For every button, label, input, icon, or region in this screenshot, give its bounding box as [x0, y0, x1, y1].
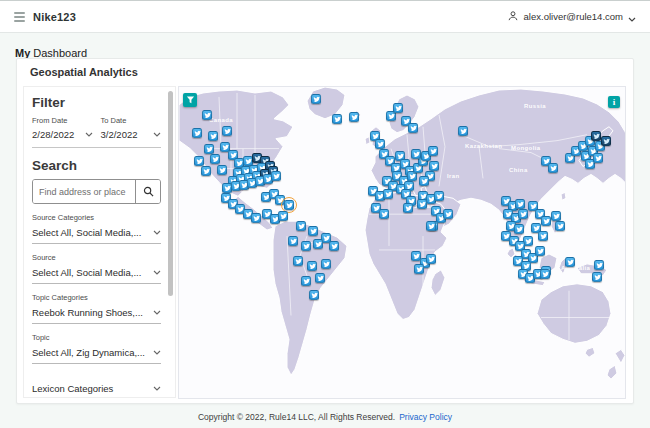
- map-marker[interactable]: [591, 131, 601, 141]
- map-marker[interactable]: [411, 149, 421, 159]
- topic-categories-select[interactable]: Reebok Running Shoes,...: [32, 304, 161, 324]
- map-marker[interactable]: [408, 123, 418, 133]
- map-marker[interactable]: [393, 103, 403, 113]
- map-info-button[interactable]: i: [608, 96, 620, 108]
- chevron-down-icon: [153, 386, 161, 391]
- privacy-policy-link[interactable]: Privacy Policy: [399, 412, 452, 422]
- source-categories-label: Source Categories: [32, 213, 161, 222]
- map-marker[interactable]: [565, 257, 575, 267]
- map-marker[interactable]: [383, 189, 393, 199]
- map-marker[interactable]: [538, 231, 548, 241]
- topic-select[interactable]: Select All, Zig Dynamica,...: [32, 344, 161, 364]
- map-marker[interactable]: [332, 114, 342, 124]
- chevron-down-icon: [153, 230, 161, 235]
- map-marker[interactable]: [313, 239, 323, 249]
- map-marker[interactable]: [419, 176, 429, 186]
- map-marker[interactable]: [379, 209, 389, 219]
- map-marker[interactable]: [288, 236, 298, 246]
- from-date-label: From Date: [32, 116, 93, 125]
- map-marker[interactable]: [593, 153, 603, 163]
- map-marker[interactable]: [251, 213, 261, 223]
- map-marker[interactable]: [222, 126, 232, 136]
- map-marker[interactable]: [515, 199, 525, 209]
- map-marker[interactable]: [311, 94, 321, 104]
- chevron-down-icon: [153, 132, 161, 137]
- map-marker[interactable]: [192, 128, 202, 138]
- to-date-label: To Date: [101, 116, 162, 125]
- source-label: Source: [32, 253, 161, 262]
- map-marker[interactable]: [217, 165, 227, 175]
- map-marker[interactable]: [201, 166, 211, 176]
- geospatial-analytics-card: Geospatial Analytics Filter From Date 2/…: [16, 58, 634, 404]
- chevron-down-icon: [85, 132, 93, 137]
- source-select[interactable]: Select All, Social Media,...: [32, 264, 161, 284]
- map-marker[interactable]: [518, 209, 528, 219]
- map-marker[interactable]: [548, 163, 558, 173]
- chevron-down-icon: [153, 350, 161, 355]
- map-marker[interactable]: [429, 161, 439, 171]
- map-marker[interactable]: [414, 264, 424, 274]
- divider: [32, 147, 161, 148]
- filter-scrollbar[interactable]: [168, 91, 173, 296]
- map-marker[interactable]: [541, 216, 551, 226]
- map-marker[interactable]: [204, 144, 214, 154]
- search-button[interactable]: [135, 180, 160, 203]
- map-marker[interactable]: [403, 203, 413, 213]
- map-marker[interactable]: [514, 224, 524, 234]
- map-marker[interactable]: [284, 200, 294, 210]
- map-marker[interactable]: [329, 241, 339, 251]
- map-marker[interactable]: [426, 254, 436, 264]
- map-marker[interactable]: [321, 259, 331, 269]
- map-marker[interactable]: [301, 241, 311, 251]
- date-range-row: From Date 2/28/2022 To Date 3/2/2022: [32, 116, 161, 145]
- user-icon: [507, 8, 519, 26]
- map-marker[interactable]: [551, 211, 561, 221]
- map-marker[interactable]: [375, 139, 385, 149]
- map-marker[interactable]: [349, 112, 359, 122]
- to-date-select[interactable]: 3/2/2022: [101, 127, 162, 145]
- map-marker[interactable]: [428, 146, 438, 156]
- top-navbar: Nike123 alex.oliver@rule14.com: [0, 0, 650, 33]
- map-marker[interactable]: [315, 273, 325, 283]
- lexicon-categories-field: Lexicon Categories: [32, 380, 161, 398]
- map-marker[interactable]: [555, 221, 565, 231]
- map-marker[interactable]: [540, 269, 550, 279]
- map-marker[interactable]: [293, 256, 303, 266]
- page-title: Geospatial Analytics: [30, 66, 138, 78]
- source-field: Source Select All, Social Media,...: [32, 253, 161, 284]
- map-marker[interactable]: [307, 261, 317, 271]
- user-menu[interactable]: alex.oliver@rule14.com: [507, 8, 636, 26]
- search-input[interactable]: [33, 180, 135, 203]
- copyright-text: Copyright © 2022, Rule14 LLC, All Rights…: [198, 412, 395, 422]
- brand-title: Nike123: [33, 11, 76, 23]
- hamburger-menu-icon[interactable]: [14, 12, 25, 22]
- chevron-down-icon: [628, 8, 636, 26]
- source-categories-select[interactable]: Select All, Social Media,...: [32, 224, 161, 244]
- map-marker[interactable]: [535, 246, 545, 256]
- lexicon-categories-select[interactable]: Lexicon Categories: [32, 380, 161, 398]
- map-marker[interactable]: [309, 290, 319, 300]
- map-marker[interactable]: [202, 110, 212, 120]
- map-marker[interactable]: [443, 209, 453, 219]
- footer: Copyright © 2022, Rule14 LLC, All Rights…: [0, 412, 650, 422]
- map-filter-button[interactable]: [183, 93, 197, 107]
- map-marker[interactable]: [194, 156, 204, 166]
- map-marker[interactable]: [301, 276, 311, 286]
- topic-categories-field: Topic Categories Reebok Running Shoes,..…: [32, 293, 161, 324]
- map-marker[interactable]: [601, 136, 611, 146]
- map-marker[interactable]: [210, 154, 220, 164]
- map-marker[interactable]: [278, 211, 288, 221]
- from-date-select[interactable]: 2/28/2022: [32, 127, 93, 145]
- map-marker[interactable]: [434, 191, 444, 201]
- map-marker[interactable]: [271, 171, 281, 181]
- map-marker[interactable]: [592, 272, 602, 282]
- chevron-down-icon: [153, 310, 161, 315]
- map-marker[interactable]: [417, 199, 427, 209]
- map-marker[interactable]: [458, 126, 468, 136]
- map-canvas[interactable]: i CanadaRussiaKazakhstanMongoliaChinaIra…: [178, 86, 626, 399]
- map-marker[interactable]: [594, 260, 604, 270]
- map-marker[interactable]: [208, 131, 218, 141]
- map-marker[interactable]: [296, 221, 306, 231]
- map-marker[interactable]: [308, 226, 318, 236]
- map-marker[interactable]: [426, 221, 436, 231]
